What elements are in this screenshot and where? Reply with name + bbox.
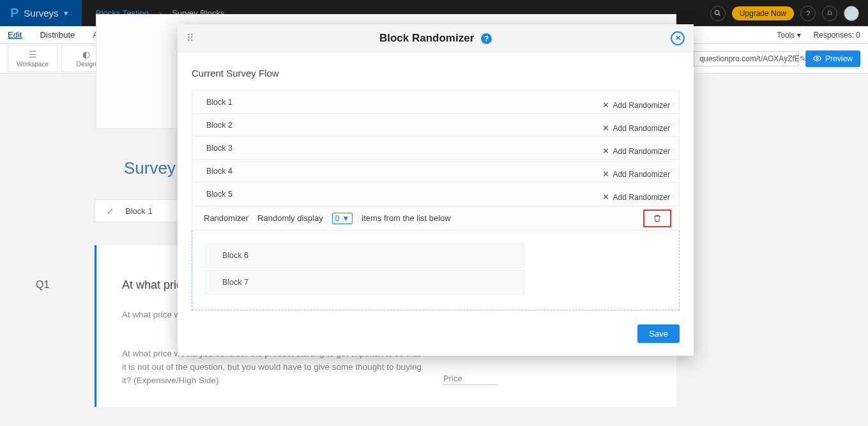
shuffle-icon: ✕ [602,100,609,110]
block-name: Block 5 [206,190,232,199]
block-name: Block 1 [206,98,232,107]
shuffle-icon: ✕ [602,169,609,179]
close-icon: ✕ [675,34,681,42]
add-randomizer-button[interactable]: ✕ Add Randomizer [602,123,670,133]
trash-icon [653,214,662,223]
add-randomizer-button[interactable]: ✕ Add Randomizer [602,169,670,179]
add-randomizer-button[interactable]: ✕ Add Randomizer [602,146,670,156]
modal-body: Current Survey Flow Block 1 ✕ Add Random… [178,52,694,356]
randomizer-label: Randomizer [204,213,248,223]
block-name: Block 2 [206,121,232,130]
count-select[interactable]: 0 ▼ [332,213,353,224]
flow-row[interactable]: Block 3 ✕ Add Randomizer [192,137,679,160]
block-name: Block 3 [206,144,232,153]
flow-row[interactable]: Block 2 ✕ Add Randomizer [192,114,679,137]
flow-row[interactable]: Block 5 ✕ Add Randomizer [192,183,679,206]
randomly-display-suffix: items from the list below [362,213,450,223]
modal-header: ⠿ Block Randomizer ? ✕ [178,24,694,52]
block-randomizer-modal: ⠿ Block Randomizer ? ✕ Current Survey Fl… [178,24,694,356]
randomly-display-prefix: Randomly display [257,213,323,223]
section-title: Current Survey Flow [192,68,680,79]
modal-title: Block Randomizer ? [178,32,694,45]
save-button[interactable]: Save [637,324,680,343]
shuffle-icon: ✕ [602,192,609,202]
add-randomizer-button[interactable]: ✕ Add Randomizer [602,192,670,202]
randomizer-dropzone[interactable]: Block 6 Block 7 [192,231,680,310]
flow-row[interactable]: Block 4 ✕ Add Randomizer [192,160,679,183]
help-icon[interactable]: ? [481,33,492,44]
randomizer-config-row: Randomizer Randomly display 0 ▼ items fr… [192,206,680,231]
flow-row[interactable]: Block 1 ✕ Add Randomizer [192,91,679,114]
chevron-down-icon: ▼ [342,214,349,223]
block-name: Block 4 [206,167,232,176]
close-button[interactable]: ✕ [671,31,685,45]
drag-handle-icon[interactable]: ⠿ [187,32,195,44]
modal-footer: Save [192,310,680,343]
delete-randomizer-button[interactable] [643,209,671,227]
shuffle-icon: ✕ [602,146,609,156]
flow-table: Block 1 ✕ Add Randomizer Block 2 ✕ Add R… [192,90,680,206]
randomizer-item[interactable]: Block 6 [205,243,524,268]
shuffle-icon: ✕ [602,123,609,133]
add-randomizer-button[interactable]: ✕ Add Randomizer [602,100,670,110]
randomizer-item[interactable]: Block 7 [205,270,524,294]
modal-backdrop: ⠿ Block Randomizer ? ✕ Current Survey Fl… [0,0,868,426]
